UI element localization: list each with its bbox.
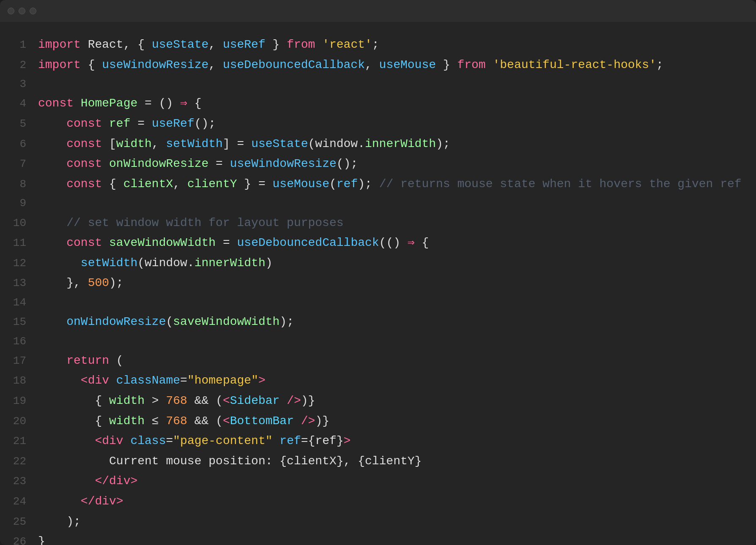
token-text-plain — [315, 38, 322, 51]
token-number: 768 — [166, 414, 187, 428]
token-text-plain — [486, 58, 493, 71]
token-text-plain: ( — [208, 394, 223, 407]
token-jsx-attr: class — [130, 434, 166, 447]
token-text-plain — [74, 97, 81, 110]
token-text-plain: ); — [38, 515, 81, 528]
token-text-plain — [38, 117, 66, 130]
line-number: 9 — [8, 194, 26, 213]
token-var-name: width — [109, 414, 145, 428]
token-text-plain — [216, 236, 223, 249]
minimize-button[interactable] — [19, 8, 25, 14]
token-var-name: ref — [109, 117, 130, 130]
token-fn-name: useDebouncedCallback — [223, 58, 365, 71]
token-var-name: saveWindowWidth — [173, 315, 279, 328]
token-text-plain — [266, 38, 273, 51]
token-prop-name: innerWidth — [365, 137, 436, 150]
code-editor-window: 1import React, { useState, useRef } from… — [0, 0, 756, 545]
line-content: return ( — [38, 351, 743, 371]
token-jsx-tag: /> — [301, 414, 315, 428]
token-var-name: saveWindowWidth — [109, 236, 216, 249]
token-text-plain: ( — [109, 354, 123, 367]
token-text-plain: { — [102, 177, 123, 191]
line-number: 5 — [8, 114, 26, 133]
line-content: } — [38, 531, 743, 545]
token-text-plain — [102, 117, 109, 130]
token-kw-const: const — [66, 117, 102, 130]
line-content: const onWindowResize = useWindowResize()… — [38, 154, 743, 174]
line-number: 21 — [8, 432, 26, 450]
token-jsx-tag: < — [223, 394, 230, 407]
token-text-plain — [38, 137, 66, 150]
token-text-plain: , — [173, 177, 187, 191]
line-number: 1 — [8, 35, 26, 54]
token-fn-name: useWindowResize — [102, 58, 208, 71]
token-operator: ≤ — [152, 414, 159, 428]
line-number: 26 — [8, 532, 26, 545]
line-number: 23 — [8, 472, 26, 490]
token-fn-name: useState — [251, 137, 308, 150]
token-text-plain: , — [365, 58, 379, 71]
token-str: 'beautiful-react-hooks' — [493, 58, 656, 71]
code-line: 19 { width > 768 && (<Sidebar />)} — [8, 391, 743, 411]
line-content: </div> — [38, 471, 743, 491]
line-number: 17 — [8, 352, 26, 370]
token-fn-name: useMouse — [273, 177, 329, 191]
line-content: <div className="homepage"> — [38, 371, 743, 391]
token-comp-name: Sidebar — [230, 394, 280, 407]
code-line: 24 </div> — [8, 491, 743, 512]
line-content: import React, { useState, useRef } from … — [38, 35, 743, 55]
token-text-plain: )} — [301, 394, 315, 407]
token-text-plain — [187, 394, 194, 407]
code-line: 6 const [width, setWidth] = useState(win… — [8, 134, 743, 154]
close-button[interactable] — [8, 8, 14, 14]
token-text-plain — [145, 117, 152, 130]
token-text-plain: ) — [266, 256, 273, 270]
line-number: 15 — [8, 313, 26, 331]
line-content: import { useWindowResize, useDebouncedCa… — [38, 55, 743, 75]
token-text-plain: )} — [315, 414, 329, 428]
line-number: 10 — [8, 214, 26, 232]
token-punctuation: { — [88, 58, 95, 71]
token-ref-val: ref — [337, 177, 358, 191]
token-text-plain: () — [152, 97, 180, 110]
code-line: 16 — [8, 332, 743, 351]
token-jsx-attr: ref — [279, 434, 301, 447]
token-text-plain: = — [301, 434, 308, 447]
line-content: // set window width for layout purposes — [38, 213, 743, 233]
token-text-plain — [294, 414, 301, 428]
token-var-name: width — [116, 137, 152, 150]
line-content: const ref = useRef(); — [38, 114, 743, 134]
code-line: 25 ); — [8, 512, 743, 532]
code-line: 23 </div> — [8, 471, 743, 491]
token-fn-name: setWidth — [81, 256, 137, 270]
token-operator: = — [223, 236, 230, 249]
token-text-plain: } — [38, 535, 45, 545]
token-jsx-str: "homepage" — [187, 374, 258, 387]
line-content: </div> — [38, 491, 743, 512]
token-arrow: ⇒ — [408, 236, 415, 249]
token-text-plain: ; — [656, 58, 663, 71]
token-text-plain: ); — [436, 137, 450, 150]
token-text-plain: ); — [279, 315, 294, 328]
token-text-plain: { — [187, 97, 202, 110]
token-text-plain — [38, 157, 66, 170]
token-fn-name: onWindowResize — [66, 315, 166, 328]
token-fn-name: useWindowResize — [230, 157, 337, 170]
token-fn-name: useRef — [223, 38, 266, 51]
line-content: { width ≤ 768 && (<BottomBar />)} — [38, 411, 743, 431]
token-var-name: onWindowResize — [109, 157, 208, 170]
token-text-plain: (window. — [137, 256, 194, 270]
token-text-plain — [102, 236, 109, 249]
token-operator: && — [194, 394, 209, 407]
token-text-plain — [38, 495, 81, 508]
token-jsx-tag: <div — [81, 374, 109, 387]
token-jsx-curly: {ref} — [308, 434, 344, 447]
maximize-button[interactable] — [30, 8, 36, 14]
token-text-plain — [145, 394, 152, 407]
token-fn-name: useDebouncedCallback — [237, 236, 379, 249]
traffic-lights — [8, 8, 36, 14]
token-operator: > — [152, 394, 159, 407]
token-text-plain — [273, 434, 280, 447]
line-number: 16 — [8, 332, 26, 351]
token-number: 500 — [88, 276, 109, 289]
